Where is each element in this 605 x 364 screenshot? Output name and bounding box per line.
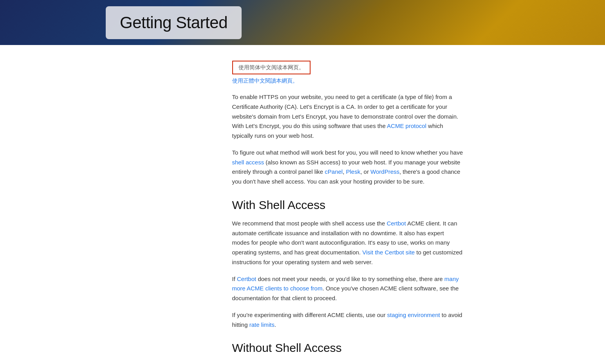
plesk-link[interactable]: Plesk [346, 168, 361, 175]
traditional-chinese-link[interactable]: 使用正體中文閱讀本網頁。 [232, 77, 463, 85]
shell-paragraph-1: We recommend that most people with shell… [232, 219, 463, 267]
shell-p3-text3: . [275, 321, 276, 328]
acme-protocol-link[interactable]: ACME protocol [387, 123, 426, 129]
intro-paragraph-2: To figure out what method will work best… [232, 148, 463, 187]
wordpress-link[interactable]: WordPress [370, 168, 399, 175]
shell-p3-text1: If you're experimenting with different A… [232, 312, 387, 318]
comma1: , [343, 168, 346, 175]
shell-p2-text2: does not meet your needs, or you'd like … [256, 276, 444, 282]
cpanel-link[interactable]: cPanel [325, 168, 343, 175]
intro-paragraph-1: To enable HTTPS on your website, you nee… [232, 92, 463, 141]
intro-p2-text1: To figure out what method will work best… [232, 149, 463, 156]
certbot-link-1[interactable]: Certbot [386, 220, 406, 227]
page-title-box: Getting Started [106, 6, 242, 39]
header-banner: Getting Started [0, 0, 605, 45]
shell-p2-text1: If [232, 276, 237, 282]
staging-env-link[interactable]: staging environment [387, 312, 440, 318]
shell-paragraph-3: If you're experimenting with different A… [232, 310, 463, 330]
visit-certbot-link[interactable]: Visit the Certbot site [362, 249, 415, 256]
simplified-chinese-link[interactable]: 使用简体中文阅读本网页。 [238, 64, 304, 70]
page-title: Getting Started [120, 13, 228, 32]
simplified-chinese-box[interactable]: 使用简体中文阅读本网页。 [232, 61, 311, 74]
shell-p1-text1: We recommend that most people with shell… [232, 220, 387, 227]
shell-access-link[interactable]: shell access [232, 159, 264, 166]
intro-p2-or: , or [360, 168, 370, 175]
content-area: 使用简体中文阅读本网页。 使用正體中文閱讀本網頁。 To enable HTTP… [126, 45, 479, 364]
noshell-paragraph-1: The best way to use Let's Encrypt withou… [232, 362, 463, 364]
certbot-link-2[interactable]: Certbot [237, 276, 256, 282]
shell-paragraph-2: If Certbot does not meet your needs, or … [232, 274, 463, 303]
with-shell-heading: With Shell Access [232, 198, 463, 212]
rate-limits-link[interactable]: rate limits [249, 321, 275, 328]
without-shell-heading: Without Shell Access [232, 341, 463, 355]
